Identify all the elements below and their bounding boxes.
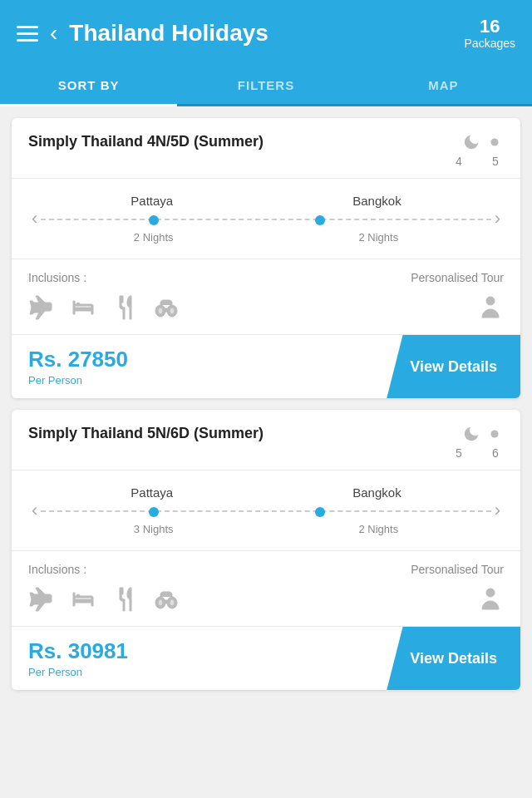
- svg-point-0: [490, 138, 498, 145]
- meal-icon-2: [111, 586, 138, 613]
- svg-line-8: [500, 136, 500, 137]
- svg-rect-12: [164, 308, 169, 312]
- svg-point-9: [76, 303, 80, 306]
- route-dot-2b: [315, 507, 325, 517]
- route-prev-1[interactable]: ‹: [28, 208, 41, 229]
- card-footer-2: Rs. 30981 Per Person View Details: [12, 627, 520, 690]
- svg-line-20: [500, 439, 500, 440]
- inclusions-label-1: Inclusions :: [28, 271, 86, 284]
- inclusion-icons-1: [28, 294, 180, 321]
- moon-icon-1: [462, 133, 480, 151]
- header-left: ‹ Thailand Holidays: [17, 20, 268, 47]
- back-button[interactable]: ‹: [50, 22, 57, 45]
- personalised-label-1: Personalised Tour: [411, 271, 504, 284]
- moon-icon-2: [462, 425, 480, 443]
- cards-container: Simply Thailand 4N/5D (Summer): [0, 106, 532, 690]
- hamburger-icon[interactable]: [17, 26, 38, 42]
- svg-point-14: [170, 308, 175, 314]
- svg-rect-28: [164, 600, 169, 603]
- city-1-name: Pattaya: [131, 194, 173, 208]
- city-3-nights: 3 Nights: [134, 523, 174, 535]
- svg-point-29: [158, 599, 163, 606]
- route-dot-1b: [315, 215, 325, 225]
- plane-icon-2: [28, 586, 55, 613]
- city-4-name: Bangkok: [352, 485, 401, 500]
- binoculars-icon-1: [153, 294, 180, 321]
- card-title-1: Simply Thailand 4N/5D (Summer): [28, 133, 446, 150]
- svg-point-15: [486, 297, 495, 305]
- route-section-2: ‹ Pattaya Bangkok 3 Nights 2 Nig: [12, 470, 520, 551]
- route-section-1: ‹ Pattaya Bangkok 2 Nights 2 Nig: [12, 179, 520, 259]
- packages-count-container: 16 Packages: [465, 17, 515, 50]
- sun-icon-1: [485, 133, 504, 151]
- package-card-1: Simply Thailand 4N/5D (Summer): [12, 118, 520, 398]
- card-footer-1: Rs. 27850 Per Person View Details: [12, 335, 520, 398]
- svg-point-13: [158, 308, 163, 314]
- route-next-2[interactable]: ›: [491, 500, 504, 521]
- price-amount-2: Rs. 30981: [28, 638, 370, 664]
- route-line-container-1: Pattaya Bangkok 2 Nights 2 Nights: [41, 194, 490, 244]
- svg-point-16: [490, 430, 498, 437]
- card-title-2: Simply Thailand 5N/6D (Summer): [28, 425, 446, 442]
- tab-filters[interactable]: FILTERS: [177, 66, 354, 104]
- city-1-nights: 2 Nights: [134, 231, 174, 244]
- view-details-btn-1[interactable]: View Details: [387, 335, 520, 398]
- svg-line-4: [500, 147, 500, 148]
- price-per-1: Per Person: [28, 374, 370, 387]
- city-4-nights: 2 Nights: [358, 523, 398, 535]
- packages-count: 16: [465, 17, 515, 37]
- svg-line-24: [500, 428, 500, 429]
- package-card-2: Simply Thailand 5N/6D (Summer): [12, 410, 520, 690]
- city-2-name: Bangkok: [352, 194, 401, 208]
- view-details-btn-2[interactable]: View Details: [387, 627, 520, 690]
- inclusions-section-2: Inclusions : Personalised Tour: [12, 551, 520, 627]
- days-count-2: 6: [487, 446, 504, 460]
- meal-icon-1: [111, 294, 138, 321]
- svg-point-25: [76, 594, 80, 598]
- route-dot-2a: [149, 507, 159, 517]
- header: ‹ Thailand Holidays 16 Packages: [0, 0, 532, 66]
- svg-point-31: [486, 589, 495, 597]
- personalised-label-2: Personalised Tour: [411, 563, 504, 576]
- person-icon-1: [477, 294, 504, 321]
- city-3-name: Pattaya: [131, 485, 173, 500]
- route-next-1[interactable]: ›: [491, 208, 504, 229]
- person-icon-2: [477, 586, 504, 613]
- nights-count-1: 4: [451, 155, 467, 168]
- page-title: Thailand Holidays: [69, 20, 268, 47]
- price-section-1: Rs. 27850 Per Person: [12, 335, 387, 398]
- night-day-1: 4 5: [446, 133, 504, 168]
- svg-line-19: [489, 428, 490, 429]
- bed-icon-1: [70, 294, 96, 321]
- night-day-2: 5 6: [446, 425, 504, 460]
- nights-count-2: 5: [451, 446, 467, 460]
- svg-line-7: [489, 147, 490, 148]
- city-2-nights: 2 Nights: [358, 231, 398, 244]
- inclusions-label-2: Inclusions :: [28, 563, 86, 576]
- inclusion-icons-2: [28, 586, 180, 613]
- card-header-1: Simply Thailand 4N/5D (Summer): [12, 118, 520, 179]
- plane-icon-1: [28, 294, 55, 321]
- svg-line-3: [489, 136, 490, 137]
- route-dot-1a: [149, 215, 159, 225]
- tab-bar: SORT BY FILTERS MAP: [0, 66, 532, 106]
- inclusions-section-1: Inclusions : Personalised Tour: [12, 259, 520, 335]
- bed-icon-2: [70, 586, 96, 613]
- sun-icon-2: [485, 425, 504, 443]
- svg-line-23: [489, 439, 490, 440]
- binoculars-icon-2: [153, 586, 180, 613]
- price-amount-1: Rs. 27850: [28, 347, 370, 372]
- price-section-2: Rs. 30981 Per Person: [12, 627, 387, 690]
- tab-map[interactable]: MAP: [355, 66, 532, 104]
- packages-label: Packages: [465, 37, 515, 50]
- tab-sort[interactable]: SORT BY: [0, 66, 177, 104]
- days-count-1: 5: [487, 155, 504, 168]
- price-per-2: Per Person: [28, 666, 370, 678]
- svg-point-30: [170, 599, 175, 606]
- card-header-2: Simply Thailand 5N/6D (Summer): [12, 410, 520, 470]
- route-prev-2[interactable]: ‹: [28, 500, 41, 521]
- route-line-container-2: Pattaya Bangkok 3 Nights 2 Nights: [41, 485, 490, 535]
